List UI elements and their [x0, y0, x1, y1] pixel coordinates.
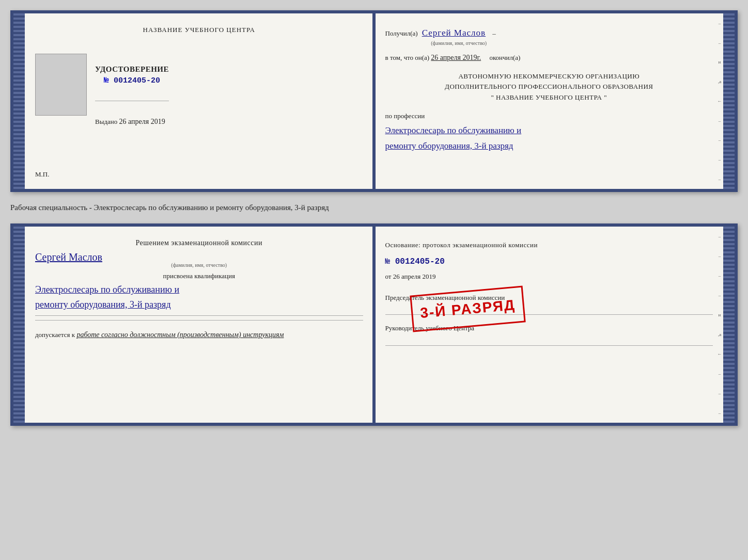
- profession-line1-2: Электрослесарь по обслуживанию и: [35, 282, 363, 297]
- commission-name-block: Сергей Маслов (фамилия, имя, отчество): [35, 251, 363, 268]
- right-deco-chars: ––и,а←––––: [716, 13, 723, 189]
- recipient-line: Получил(а) Сергей Маслов – (фамилия, имя…: [385, 26, 713, 47]
- issued-date: 26 апреля 2019: [119, 118, 165, 125]
- right-content-1: Получил(а) Сергей Маслов – (фамилия, имя…: [385, 26, 713, 152]
- protocol-date-value: 26 апреля 2019: [393, 273, 436, 280]
- right-deco-chars-2: ––––и,а←–––: [716, 227, 723, 423]
- date-handwritten: 26 апреля 2019г.: [431, 54, 481, 61]
- org-block: АВТОНОМНУЮ НЕКОММЕРЧЕСКУЮ ОРГАНИЗАЦИЮ ДО…: [385, 71, 713, 103]
- right2-content: Основание: протокол экзаменационной коми…: [385, 239, 713, 346]
- right-deco-2: [723, 227, 735, 423]
- doc-number-value: 0012405-20: [114, 76, 160, 85]
- commission-name: Сергей Маслов: [35, 251, 363, 263]
- book1-left-page: НАЗВАНИЕ УЧЕБНОГО ЦЕНТРА УДОСТОВЕРЕНИЕ №…: [25, 13, 375, 189]
- doc-number: № 0012405-20: [95, 76, 169, 85]
- date-line-start: в том, что он(а): [385, 54, 430, 61]
- between-label: Рабочая специальность - Электрослесарь п…: [10, 201, 738, 214]
- mp-label: М.П.: [35, 170, 49, 179]
- stamp: 3-й разряд: [410, 285, 525, 332]
- commission-title: Решением экзаменационной комиссии: [35, 239, 363, 247]
- org-line3: " НАЗВАНИЕ УЧЕБНОГО ЦЕНТРА ": [385, 92, 713, 103]
- basis-label: Основание: протокол экзаменационной коми…: [385, 239, 713, 252]
- date-prefix: от: [385, 273, 392, 280]
- right-deco: [723, 13, 735, 189]
- received-label: Получил(а): [385, 28, 418, 39]
- issued-label: Выдано: [95, 118, 117, 125]
- profession-line2-2: ремонту оборудования, 3-й разряд: [35, 297, 363, 312]
- finished-label: окончил(а): [489, 54, 520, 61]
- profession-block-2: Электрослесарь по обслуживанию и ремонту…: [35, 282, 363, 312]
- allowed-label: допускается к работе согласно должностны…: [35, 331, 363, 339]
- chairman-stamp-section: Председатель экзаменационной комиссии 3-…: [385, 292, 713, 315]
- profession-handwritten-line1: Электрослесарь по обслуживанию и: [385, 124, 713, 137]
- profession-handwritten-line2: ремонту оборудования, 3-й разряд: [385, 139, 713, 153]
- doc-title: УДОСТОВЕРЕНИЕ: [95, 65, 169, 74]
- date-line: в том, что он(а) 26 апреля 2019г. окончи…: [385, 52, 713, 64]
- left-deco-2: [13, 227, 25, 423]
- training-center-title-left: НАЗВАНИЕ УЧЕБНОГО ЦЕНТРА: [35, 26, 363, 34]
- protocol-number: № 0012405-20: [385, 254, 713, 269]
- dash-1: –: [492, 29, 496, 37]
- org-line1: АВТОНОМНУЮ НЕКОММЕРЧЕСКУЮ ОРГАНИЗАЦИЮ: [385, 71, 713, 82]
- book1-right-page: Получил(а) Сергей Маслов – (фамилия, имя…: [375, 13, 724, 189]
- fio-label-1: (фамилия, имя, отчество): [422, 39, 496, 47]
- photo-placeholder: [35, 54, 87, 116]
- assigned-label: присвоена квалификация: [35, 272, 363, 280]
- org-line2: ДОПОЛНИТЕЛЬНОГО ПРОФЕССИОНАЛЬНОГО ОБРАЗО…: [385, 82, 713, 92]
- doc-number-prefix: №: [104, 76, 109, 85]
- protocol-date: от 26 апреля 2019: [385, 270, 713, 283]
- recipient-name: Сергей Маслов: [422, 28, 486, 38]
- number-prefix: №: [385, 257, 391, 266]
- left-deco: [13, 13, 25, 189]
- issued-section: Выдано 26 апреля 2019: [95, 118, 169, 126]
- certificate-book-1: НАЗВАНИЕ УЧЕБНОГО ЦЕНТРА УДОСТОВЕРЕНИЕ №…: [10, 10, 738, 192]
- book2-left-page: Решением экзаменационной комиссии Сергей…: [25, 227, 375, 423]
- profession-label: по профессии: [385, 110, 713, 122]
- left-middle-section: УДОСТОВЕРЕНИЕ № 0012405-20 Выдано 26 апр…: [35, 44, 363, 126]
- number-value: 0012405-20: [395, 257, 445, 266]
- stamp-container: 3-й разряд: [411, 286, 524, 327]
- book2-right-page: Основание: протокол экзаменационной коми…: [375, 227, 724, 423]
- certificate-book-2: Решением экзаменационной комиссии Сергей…: [10, 223, 738, 426]
- allowed-handwritten: работе согласно должностным (производств…: [76, 331, 284, 339]
- page-wrapper: НАЗВАНИЕ УЧЕБНОГО ЦЕНТРА УДОСТОВЕРЕНИЕ №…: [10, 10, 738, 426]
